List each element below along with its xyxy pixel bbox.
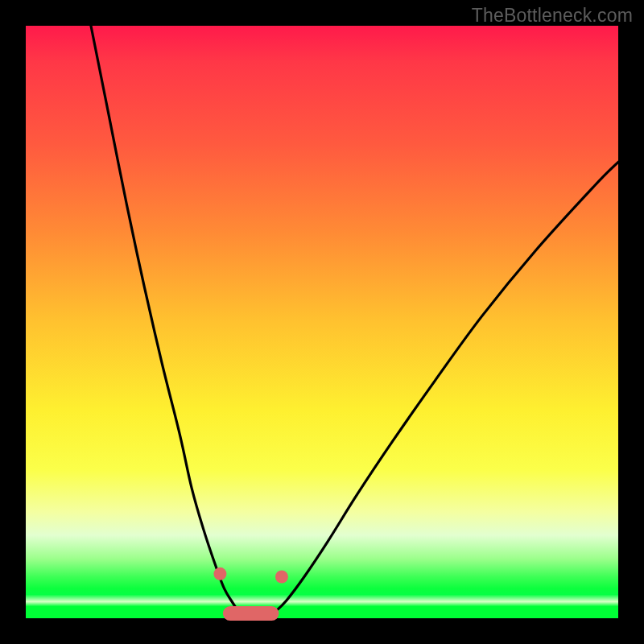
plot-area [26, 26, 618, 618]
curve-layer [26, 26, 618, 618]
watermark-text: TheBottleneck.com [472, 5, 633, 27]
curve-left-branch [91, 26, 239, 613]
chart-frame: TheBottleneck.com [0, 0, 644, 644]
marker-right-dot [275, 570, 288, 583]
curve-right-branch [275, 162, 618, 612]
marker-left-dot [213, 568, 226, 580]
